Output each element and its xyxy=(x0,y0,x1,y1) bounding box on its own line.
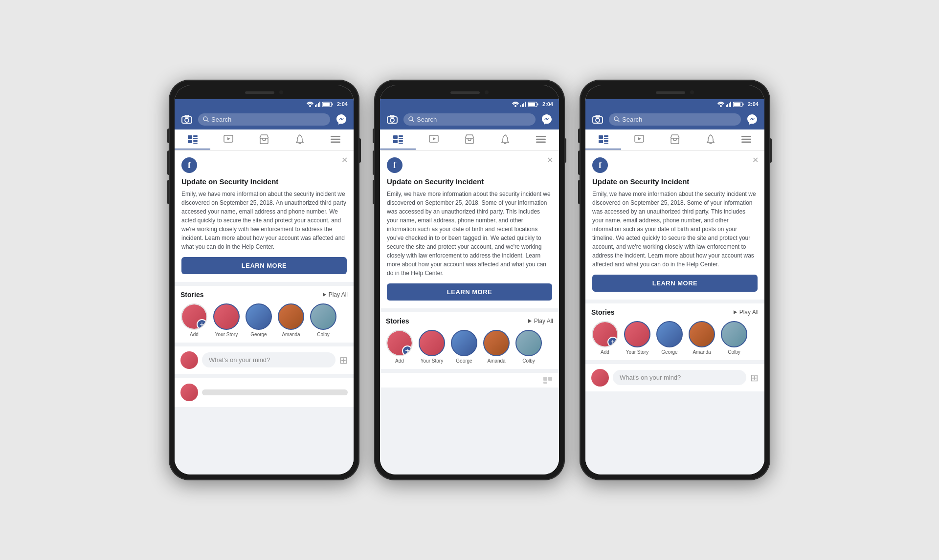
phone-speaker-1 xyxy=(245,91,274,94)
story-colby-3[interactable]: Colby xyxy=(720,321,748,355)
stories-header-1: Stories Play All xyxy=(180,291,348,299)
status-bar-3: 2:04 xyxy=(585,99,764,109)
play-all-1[interactable]: Play All xyxy=(322,291,348,298)
nav-menu-2[interactable] xyxy=(523,131,559,149)
messenger-icon-1[interactable] xyxy=(334,112,349,127)
nav-notifications-3[interactable] xyxy=(693,129,729,150)
svg-rect-6 xyxy=(323,103,330,106)
svg-point-9 xyxy=(185,118,189,122)
story-your-story-avatar-2 xyxy=(419,330,445,356)
svg-rect-28 xyxy=(522,104,523,107)
story-colby-2[interactable]: Colby xyxy=(515,330,542,364)
nav-watch-1[interactable] xyxy=(210,130,246,150)
photo-icon-1[interactable]: ⊞ xyxy=(339,354,348,366)
story-george-2[interactable]: George xyxy=(450,330,478,364)
composer-input-1[interactable]: What's on your mind? xyxy=(202,352,335,367)
stories-row-1: + Add Your Story George xyxy=(180,303,348,338)
svg-rect-71 xyxy=(604,138,608,139)
story-amanda-2[interactable]: Amanda xyxy=(483,330,510,364)
story-amanda-avatar-2 xyxy=(483,330,510,356)
story-your-story-3[interactable]: Your Story xyxy=(624,321,651,355)
story-add-name-2: Add xyxy=(395,358,404,364)
story-add-avatar-2: + xyxy=(386,330,413,356)
nav-watch-3[interactable] xyxy=(621,130,657,150)
fb-nav-2 xyxy=(380,129,559,151)
svg-rect-73 xyxy=(604,143,608,144)
messenger-icon-3[interactable] xyxy=(745,112,760,127)
wifi-icon-3 xyxy=(717,102,724,107)
search-bar-1[interactable]: Search xyxy=(198,113,330,126)
feed-stub-avatar-1 xyxy=(180,384,198,401)
search-bar-3[interactable]: Search xyxy=(609,113,741,126)
signal-icon-3 xyxy=(726,102,732,107)
story-add-name-3: Add xyxy=(601,349,609,355)
add-plus-icon-2: + xyxy=(402,345,413,356)
svg-rect-57 xyxy=(727,104,728,107)
photo-icon-3[interactable]: ⊞ xyxy=(750,372,759,384)
close-button-2[interactable]: ✕ xyxy=(547,155,553,165)
menu-icon-2 xyxy=(536,136,546,143)
play-all-3[interactable]: Play All xyxy=(733,309,759,316)
story-amanda-3[interactable]: Amanda xyxy=(688,321,715,355)
search-icon-2 xyxy=(408,116,414,122)
camera-icon-2[interactable] xyxy=(385,112,400,127)
story-george-1[interactable]: George xyxy=(245,303,272,338)
camera-icon-3[interactable] xyxy=(590,112,605,127)
svg-rect-14 xyxy=(188,140,192,143)
fb-header-2: Search xyxy=(380,109,559,129)
nav-notifications-2[interactable] xyxy=(488,129,523,150)
security-card-1: ✕ f Update on Security Incident Emily, w… xyxy=(175,151,354,282)
story-amanda-name-3: Amanda xyxy=(693,349,711,355)
svg-marker-25 xyxy=(323,293,326,297)
svg-rect-62 xyxy=(742,103,743,105)
fb-content-2[interactable]: ✕ f Update on Security Incident Emily, w… xyxy=(380,151,559,474)
story-your-story-2[interactable]: Your Story xyxy=(418,330,446,364)
fb-content-1[interactable]: ✕ f Update on Security Incident Emily, w… xyxy=(175,151,354,474)
signal-icon-1 xyxy=(315,102,321,107)
svg-rect-1 xyxy=(315,105,316,107)
nav-news-feed-1[interactable] xyxy=(175,130,210,150)
camera-icon-1[interactable] xyxy=(179,112,194,127)
story-your-story-1[interactable]: Your Story xyxy=(213,303,240,338)
svg-rect-4 xyxy=(319,102,320,107)
story-amanda-1[interactable]: Amanda xyxy=(277,303,305,338)
phone-camera-2 xyxy=(485,90,489,94)
nav-menu-3[interactable] xyxy=(729,131,764,149)
svg-rect-7 xyxy=(332,103,333,105)
story-add-3[interactable]: + Add xyxy=(591,321,619,355)
nav-marketplace-3[interactable] xyxy=(657,129,693,150)
svg-rect-72 xyxy=(604,140,608,142)
play-icon-1 xyxy=(322,292,327,297)
close-button-1[interactable]: ✕ xyxy=(341,155,348,165)
notifications-icon-3 xyxy=(706,134,715,144)
play-all-2[interactable]: Play All xyxy=(527,318,553,324)
svg-marker-46 xyxy=(433,137,436,140)
nav-menu-1[interactable] xyxy=(318,131,354,149)
nav-marketplace-2[interactable] xyxy=(451,129,487,150)
story-add-1[interactable]: + Add xyxy=(180,303,208,338)
learn-more-button-1[interactable]: LEARN MORE xyxy=(181,257,347,274)
story-add-avatar-1: + xyxy=(181,303,207,330)
nav-watch-2[interactable] xyxy=(416,130,451,150)
phone-camera-3 xyxy=(690,90,694,94)
story-colby-1[interactable]: Colby xyxy=(310,303,337,338)
phone-camera-1 xyxy=(279,90,283,94)
story-amanda-name-2: Amanda xyxy=(487,358,505,364)
nav-news-feed-3[interactable] xyxy=(585,130,621,150)
story-george-3[interactable]: George xyxy=(656,321,683,355)
nav-marketplace-1[interactable] xyxy=(246,129,282,150)
fb-content-3[interactable]: ✕ f Update on Security Incident Emily, w… xyxy=(585,151,764,474)
composer-input-3[interactable]: What's on your mind? xyxy=(613,370,746,385)
learn-more-button-3[interactable]: LEARN MORE xyxy=(592,275,758,292)
phone-1: 2:04 Search xyxy=(169,80,359,480)
messenger-icon-2[interactable] xyxy=(539,112,554,127)
learn-more-button-2[interactable]: LEARN MORE xyxy=(387,283,552,301)
svg-rect-61 xyxy=(734,103,740,106)
close-button-3[interactable]: ✕ xyxy=(752,155,759,165)
story-add-2[interactable]: + Add xyxy=(386,330,413,364)
play-icon-2 xyxy=(527,319,532,323)
nav-news-feed-2[interactable] xyxy=(380,130,416,150)
nav-notifications-1[interactable] xyxy=(282,129,318,150)
search-bar-2[interactable]: Search xyxy=(403,113,536,126)
status-bar-1: 2:04 xyxy=(175,99,354,109)
